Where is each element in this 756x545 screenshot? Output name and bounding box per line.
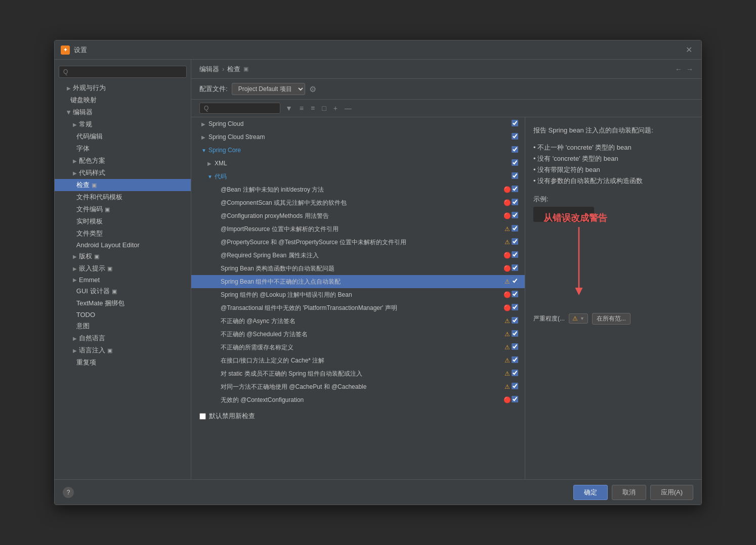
sidebar-item-natural-lang[interactable]: ▶ 自然语言 (55, 332, 191, 344)
item-checkbox[interactable] (512, 317, 518, 324)
item-checkbox[interactable] (512, 120, 518, 126)
item-checkbox-wrapper[interactable] (512, 159, 521, 167)
close-button[interactable]: ✕ (683, 44, 695, 56)
sidebar-item-gui-designer[interactable]: GUI 设计器 ▣ (55, 285, 191, 297)
sidebar-item-code-style[interactable]: ▶ 代码样式 (55, 167, 191, 179)
item-checkbox-wrapper[interactable] (512, 238, 521, 246)
list-item[interactable]: 不正确的 @Scheduled 方法签名 ⚠ (191, 328, 525, 341)
scope-label[interactable]: 在所有范... (592, 313, 631, 325)
item-checkbox[interactable] (512, 251, 518, 258)
item-checkbox-wrapper[interactable] (512, 356, 521, 365)
list-item[interactable]: @Required Spring Bean 属性未注入 🔴 (191, 249, 525, 262)
sidebar-item-code-edit[interactable]: 代码编辑 (55, 130, 191, 143)
item-checkbox[interactable] (512, 238, 518, 245)
config-gear-button[interactable]: ⚙ (309, 84, 316, 94)
item-checkbox-wrapper[interactable] (512, 120, 521, 128)
list-item[interactable]: 对同一方法不正确地使用 @CachePut 和 @Cacheable ⚠ (191, 380, 525, 393)
item-checkbox[interactable] (512, 146, 518, 153)
sidebar-search-input[interactable] (59, 66, 187, 78)
item-checkbox[interactable] (512, 370, 518, 376)
sidebar-item-font[interactable]: 字体 (55, 143, 191, 155)
list-item[interactable]: Spring 组件的 @Lookup 注解中错误引用的 Bean 🔴 (191, 288, 525, 301)
nav-back-button[interactable]: ← (675, 65, 682, 73)
item-checkbox-wrapper[interactable] (512, 278, 521, 286)
item-checkbox[interactable] (512, 172, 518, 179)
item-checkbox-wrapper[interactable] (512, 251, 521, 259)
help-button[interactable]: ? (63, 487, 74, 498)
item-checkbox-wrapper[interactable] (512, 199, 521, 207)
list-item[interactable]: 无效的 @ContextConfiguration 🔴 (191, 393, 525, 406)
sidebar-item-repeat[interactable]: 重复项 (55, 356, 191, 369)
item-checkbox[interactable] (512, 278, 518, 284)
filter-group-button[interactable]: □ (320, 103, 328, 113)
item-checkbox[interactable] (512, 383, 518, 389)
sidebar-item-textmate[interactable]: TextMate 捆绑包 (55, 297, 191, 309)
sidebar-item-editor[interactable]: ▶ 编辑器 (55, 106, 191, 118)
sidebar-item-file-type[interactable]: 文件类型 (55, 228, 191, 240)
filter-collapse-all-button[interactable]: ≡ (309, 103, 317, 113)
item-checkbox[interactable] (512, 133, 518, 140)
item-checkbox[interactable] (512, 343, 518, 350)
filter-expand-all-button[interactable]: ≡ (298, 103, 306, 113)
sidebar-item-copyright[interactable]: ▶ 版权 ▣ (55, 250, 191, 262)
list-item[interactable]: ▶ XML (191, 157, 525, 170)
list-item[interactable]: @Bean 注解中未知的 init/destroy 方法 🔴 (191, 183, 525, 196)
list-item[interactable]: @ComponentScan 或其元注解中无效的软件包 🔴 (191, 196, 525, 209)
config-profile-select[interactable]: Project Default 项目 (232, 83, 305, 95)
item-checkbox[interactable] (512, 304, 518, 310)
list-item[interactable]: 在接口/接口方法上定义的 Cache* 注解 ⚠ (191, 354, 525, 367)
severity-select-button[interactable]: ⚠ ▼ (569, 313, 588, 324)
nav-forward-button[interactable]: → (686, 65, 693, 73)
filter-funnel-button[interactable]: ▼ (283, 103, 295, 113)
item-checkbox[interactable] (512, 396, 518, 402)
item-checkbox-wrapper[interactable] (512, 291, 521, 299)
list-item[interactable]: 不正确的 @Async 方法签名 ⚠ (191, 314, 525, 328)
item-checkbox-wrapper[interactable] (512, 330, 521, 338)
list-item[interactable]: @Transactional 组件中无效的 'PlatformTransacti… (191, 301, 525, 314)
inspection-search-input[interactable] (199, 103, 280, 114)
item-checkbox[interactable] (512, 356, 518, 363)
item-checkbox[interactable] (512, 186, 518, 192)
sidebar-item-file-encoding[interactable]: 文件编码 ▣ (55, 203, 191, 215)
item-checkbox-wrapper[interactable] (512, 264, 521, 272)
sidebar-item-general[interactable]: ▶ 常规 (55, 118, 191, 130)
item-checkbox[interactable] (512, 264, 518, 271)
sidebar-item-live-template[interactable]: 实时模板 (55, 215, 191, 228)
item-checkbox[interactable] (512, 199, 518, 205)
cancel-button[interactable]: 取消 (612, 485, 646, 500)
item-checkbox-wrapper[interactable] (512, 212, 521, 220)
item-checkbox-wrapper[interactable] (512, 304, 521, 312)
sidebar-item-color[interactable]: ▶ 配色方案 (55, 155, 191, 167)
list-item[interactable]: @PropertySource 和 @TestPropertySource 位置… (191, 236, 525, 249)
item-checkbox[interactable] (512, 291, 518, 297)
list-item[interactable]: ▼ Spring Core (191, 144, 525, 157)
item-checkbox-wrapper[interactable] (512, 317, 521, 325)
sidebar-item-lang-inject[interactable]: ▶ 语言注入 ▣ (55, 344, 191, 356)
list-item[interactable]: Spring Bean 类构造函数中的自动装配问题 🔴 (191, 262, 525, 275)
sidebar-item-emmet[interactable]: ▶ Emmet (55, 275, 191, 285)
list-item[interactable]: ▶ Spring Cloud Stream (191, 130, 525, 144)
apply-button[interactable]: 应用(A) (650, 485, 693, 500)
filter-remove-button[interactable]: — (343, 103, 354, 113)
confirm-button[interactable]: 确定 (573, 485, 608, 500)
list-item[interactable]: ▼ 代码 (191, 170, 525, 183)
list-item[interactable]: @Configuration proxyMethods 用法警告 🔴 (191, 209, 525, 222)
item-checkbox-wrapper[interactable] (512, 396, 521, 404)
item-checkbox-wrapper[interactable] (512, 383, 521, 391)
sidebar-item-keymap[interactable]: 键盘映射 (55, 94, 191, 106)
item-checkbox-wrapper[interactable] (512, 370, 521, 378)
list-item[interactable]: 对 static 类成员不正确的 Spring 组件自动装配或注入 ⚠ (191, 367, 525, 380)
default-disable-checkbox[interactable] (199, 413, 206, 420)
list-item-selected[interactable]: Spring Bean 组件中不正确的注入点自动装配 ⚠ (191, 275, 525, 288)
list-item[interactable]: ▶ Spring Cloud (191, 117, 525, 130)
item-checkbox-wrapper[interactable] (512, 225, 521, 233)
item-checkbox[interactable] (512, 225, 518, 232)
item-checkbox-wrapper[interactable] (512, 343, 521, 351)
sidebar-item-inlay-hints[interactable]: ▶ 嵌入提示 ▣ (55, 262, 191, 275)
sidebar-item-android-layout[interactable]: Android Layout Editor (55, 240, 191, 250)
item-checkbox[interactable] (512, 159, 518, 166)
sidebar-item-intention[interactable]: 意图 (55, 320, 191, 332)
list-item[interactable]: @ImportResource 位置中未解析的文件引用 ⚠ (191, 222, 525, 236)
item-checkbox-wrapper[interactable] (512, 186, 521, 194)
sidebar-item-file-template[interactable]: 文件和代码模板 (55, 191, 191, 203)
